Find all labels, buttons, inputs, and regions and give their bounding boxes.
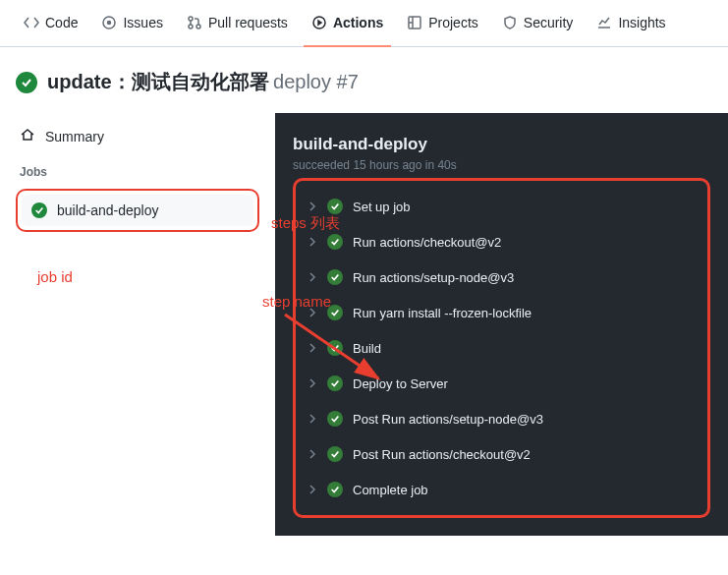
chevron-right-icon [308, 201, 317, 211]
tab-actions[interactable]: Actions [304, 0, 391, 47]
run-branch: deploy #7 [273, 71, 359, 92]
success-icon [327, 446, 343, 462]
step-name: Run yarn install --frozen-lockfile [353, 306, 532, 320]
tab-label: Projects [428, 15, 478, 30]
step-row[interactable]: Run yarn install --frozen-lockfile [302, 295, 701, 330]
success-icon [327, 234, 343, 250]
step-row[interactable]: Deploy to Server [302, 366, 701, 401]
job-name: build-and-deploy [57, 202, 159, 218]
step-row[interactable]: Complete job [302, 472, 701, 507]
svg-point-1 [108, 21, 111, 24]
git-pr-icon [187, 15, 202, 30]
success-icon [16, 72, 37, 93]
step-row[interactable]: Set up job [302, 189, 701, 224]
step-name: Set up job [353, 200, 411, 214]
chevron-right-icon [308, 414, 317, 424]
tab-pull-requests[interactable]: Pull requests [179, 0, 296, 47]
success-icon [327, 482, 343, 497]
panel-subtitle: succeeded 15 hours ago in 40s [293, 158, 710, 172]
success-icon [31, 202, 47, 218]
shield-icon [502, 15, 518, 30]
tab-label: Issues [123, 15, 162, 30]
svg-point-4 [196, 25, 200, 29]
run-title: update：测试自动化部署 [47, 71, 269, 92]
step-name: Build [353, 341, 381, 356]
graph-icon [596, 15, 612, 30]
chevron-right-icon [308, 485, 317, 494]
tab-security[interactable]: Security [494, 0, 582, 47]
chevron-right-icon [308, 237, 317, 247]
step-row[interactable]: Post Run actions/setup-node@v3 [302, 401, 701, 436]
issue-icon [101, 15, 117, 30]
tab-code[interactable]: Code [16, 0, 85, 47]
chevron-right-icon [308, 449, 317, 459]
step-row[interactable]: Run actions/setup-node@v3 [302, 259, 701, 295]
success-icon [327, 375, 343, 391]
summary-label: Summary [45, 129, 104, 144]
svg-point-2 [189, 17, 193, 21]
summary-link[interactable]: Summary [16, 121, 259, 159]
success-icon [327, 305, 343, 320]
home-icon [20, 127, 35, 145]
jobs-heading: Jobs [16, 159, 259, 185]
project-icon [407, 15, 422, 30]
tab-issues[interactable]: Issues [93, 0, 170, 47]
tab-label: Pull requests [208, 15, 288, 30]
sidebar: Summary Jobs build-and-deploy [0, 113, 275, 536]
step-name: Post Run actions/checkout@v2 [353, 447, 531, 462]
tab-label: Actions [333, 15, 383, 30]
tab-label: Insights [618, 15, 665, 30]
step-name: Deploy to Server [353, 376, 448, 391]
run-header: update：测试自动化部署 deploy #7 [0, 47, 728, 113]
play-icon [311, 15, 327, 30]
success-icon [327, 411, 343, 427]
chevron-right-icon [308, 308, 317, 317]
repo-nav-tabs: Code Issues Pull requests Actions Projec… [0, 0, 728, 47]
step-row[interactable]: Post Run actions/checkout@v2 [302, 436, 701, 472]
chevron-right-icon [308, 343, 317, 353]
svg-point-3 [189, 25, 193, 29]
annotation-box-steps: Set up jobRun actions/checkout@v2Run act… [293, 178, 710, 518]
step-row[interactable]: Build [302, 330, 701, 366]
success-icon [327, 269, 343, 285]
step-name: Run actions/checkout@v2 [353, 235, 501, 250]
tab-insights[interactable]: Insights [588, 0, 673, 47]
steps-panel: build-and-deploy succeeded 15 hours ago … [275, 113, 728, 536]
job-item[interactable]: build-and-deploy [22, 195, 253, 226]
annotation-box-job: build-and-deploy [16, 189, 259, 232]
success-icon [327, 199, 343, 214]
step-name: Run actions/setup-node@v3 [353, 270, 514, 285]
panel-title: build-and-deploy [293, 135, 710, 154]
chevron-right-icon [308, 378, 317, 388]
step-name: Post Run actions/setup-node@v3 [353, 412, 543, 427]
tab-label: Security [524, 15, 574, 30]
success-icon [327, 340, 343, 356]
tab-projects[interactable]: Projects [399, 0, 486, 47]
chevron-right-icon [308, 272, 317, 282]
tab-label: Code [45, 15, 78, 30]
code-icon [24, 15, 39, 30]
step-name: Complete job [353, 483, 428, 497]
step-row[interactable]: Run actions/checkout@v2 [302, 224, 701, 259]
